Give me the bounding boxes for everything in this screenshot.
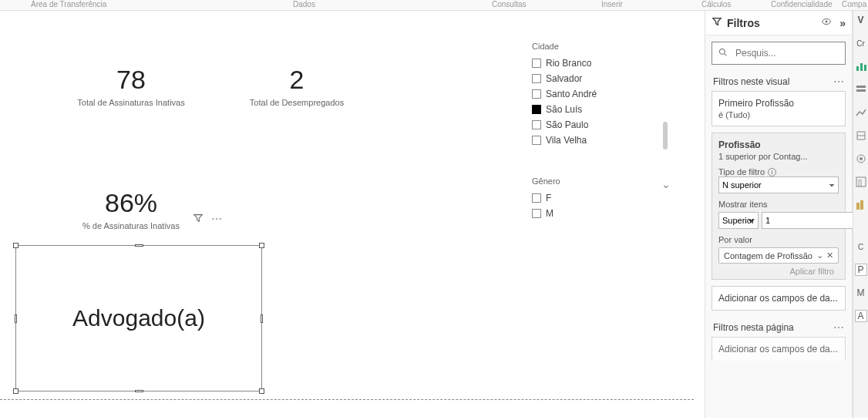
report-canvas[interactable]: 78 Total de Assinaturas Inativas 2 Total… bbox=[0, 11, 694, 420]
filters-section-visual-label: Filtros neste visual bbox=[705, 71, 852, 91]
viz-icon[interactable] bbox=[855, 83, 867, 96]
slicer-option-label: São Paulo bbox=[546, 119, 588, 130]
section-more-icon[interactable] bbox=[833, 76, 844, 88]
checkbox-icon[interactable] bbox=[532, 209, 541, 218]
tipo-filtro-label: Tipo de filtro i bbox=[718, 167, 839, 176]
ribbon-label-clipboard: Área de Transferência bbox=[31, 0, 106, 8]
filters-search[interactable] bbox=[712, 42, 846, 65]
por-valor-chip[interactable]: Contagem de Profissão ⌄ ✕ bbox=[718, 247, 839, 264]
checkbox-icon[interactable] bbox=[532, 59, 541, 68]
filter-icon[interactable] bbox=[193, 213, 204, 226]
card-total-inativas[interactable]: 78 Total de Assinaturas Inativas bbox=[46, 65, 216, 107]
filter-card-primeiro-profissao[interactable]: Primeiro Profissão é (Tudo) bbox=[712, 91, 846, 126]
ribbon-label-queries: Consultas bbox=[492, 0, 526, 8]
card-value: 78 bbox=[46, 65, 216, 95]
section-more-icon[interactable] bbox=[833, 321, 844, 334]
filters-search-input[interactable] bbox=[734, 47, 839, 59]
filters-section-page-label: Filtros nesta página bbox=[705, 317, 852, 337]
resize-handle[interactable] bbox=[13, 388, 19, 394]
resize-handle[interactable] bbox=[135, 390, 143, 392]
svg-rect-4 bbox=[856, 66, 859, 71]
filter-card-subtitle: 1 superior por Contag... bbox=[718, 152, 839, 161]
chevron-down-icon[interactable]: ⌄ bbox=[816, 250, 823, 260]
visualizations-pane-toggle[interactable]: V bbox=[855, 14, 867, 26]
side-item-p[interactable]: P bbox=[855, 264, 867, 276]
chip-label: Contagem de Profissão bbox=[724, 251, 812, 260]
collapse-pane-icon[interactable]: » bbox=[839, 17, 846, 29]
side-item-m[interactable]: M bbox=[855, 287, 867, 299]
checkbox-icon[interactable] bbox=[532, 105, 541, 114]
checkbox-icon[interactable] bbox=[532, 193, 541, 203]
filter-card-title: Primeiro Profissão bbox=[718, 98, 839, 109]
slicer-cidade-option[interactable]: Santo André bbox=[532, 86, 663, 102]
filter-card-title: Profissão bbox=[718, 139, 839, 150]
resize-handle[interactable] bbox=[13, 243, 19, 248]
viz-icon[interactable] bbox=[855, 199, 867, 211]
ribbon-group-labels: Área de Transferência Dados Consultas In… bbox=[0, 0, 868, 11]
selected-visual-profession-card[interactable]: Advogado(a) bbox=[15, 245, 262, 391]
add-fields-well[interactable]: Adicionar os campos de da... bbox=[712, 286, 846, 311]
card-total-desempregados[interactable]: 2 Total de Desempregados bbox=[224, 65, 370, 107]
viz-icon[interactable] bbox=[855, 129, 867, 142]
card-label: Total de Assinaturas Inativas bbox=[46, 98, 216, 107]
svg-rect-15 bbox=[856, 203, 860, 210]
filter-card-subtitle: é (Tudo) bbox=[718, 110, 839, 119]
slicer-cidade-option[interactable]: Rio Branco bbox=[532, 55, 663, 71]
visual-header bbox=[193, 213, 222, 226]
slicer-cidade-option[interactable]: Vila Velha bbox=[532, 133, 663, 148]
info-icon[interactable]: i bbox=[768, 168, 776, 176]
resize-handle[interactable] bbox=[259, 388, 264, 394]
resize-handle[interactable] bbox=[15, 314, 17, 323]
profession-value: Advogado(a) bbox=[72, 305, 205, 331]
slicer-option-label: Salvador bbox=[546, 73, 582, 84]
add-fields-well-page[interactable]: Adicionar os campos de da... bbox=[712, 337, 846, 361]
viz-icon[interactable] bbox=[855, 153, 867, 165]
viz-icon[interactable] bbox=[855, 106, 867, 119]
slicer-cidade-option[interactable]: Salvador bbox=[532, 71, 663, 86]
eye-icon[interactable] bbox=[821, 16, 832, 29]
filter-card-profissao[interactable]: Profissão 1 superior por Contag... Tipo … bbox=[712, 133, 846, 280]
slicer-option-label: Rio Branco bbox=[546, 58, 591, 69]
slicer-title: Gênero bbox=[532, 176, 663, 186]
checkbox-icon[interactable] bbox=[532, 74, 541, 83]
svg-rect-6 bbox=[864, 65, 866, 71]
tipo-filtro-select[interactable]: N superior bbox=[718, 176, 839, 193]
mostrar-itens-select[interactable]: Superior bbox=[718, 212, 759, 229]
filters-pane: Filtros » Filtros neste visual Primeiro … bbox=[705, 11, 853, 418]
viz-icon[interactable] bbox=[855, 60, 867, 72]
resize-handle[interactable] bbox=[259, 243, 264, 248]
side-item-a[interactable]: A bbox=[855, 310, 867, 322]
card-value: 86% bbox=[46, 188, 216, 218]
viz-icon[interactable]: [] bbox=[855, 176, 867, 188]
filters-pane-header: Filtros » bbox=[705, 11, 852, 35]
slicer-genero-option[interactable]: M bbox=[532, 206, 663, 221]
resize-handle[interactable] bbox=[261, 314, 263, 323]
scrollbar-thumb[interactable] bbox=[663, 122, 668, 150]
ribbon-label-insert: Inserir bbox=[601, 0, 623, 8]
svg-point-2 bbox=[720, 49, 725, 54]
checkbox-icon[interactable] bbox=[532, 136, 541, 145]
svg-line-3 bbox=[725, 53, 727, 55]
svg-rect-16 bbox=[860, 200, 863, 210]
remove-chip-icon[interactable]: ✕ bbox=[826, 250, 833, 260]
chevron-down-icon[interactable]: ⌄ bbox=[661, 178, 671, 190]
resize-handle[interactable] bbox=[135, 244, 143, 247]
apply-filter-link[interactable]: Aplicar filtro bbox=[718, 264, 839, 276]
slicer-cidade-option[interactable]: São Luís bbox=[532, 102, 663, 117]
slicer-cidade[interactable]: Cidade Rio BrancoSalvadorSanto AndréSão … bbox=[532, 42, 663, 148]
create-label: Cr bbox=[855, 37, 867, 49]
search-icon bbox=[718, 48, 728, 59]
slicer-cidade-option[interactable]: São Paulo bbox=[532, 117, 663, 133]
slicer-genero[interactable]: Gênero ⌄ FM bbox=[532, 176, 663, 221]
ribbon-label-calcs: Cálculos bbox=[701, 0, 731, 8]
side-label-c: C bbox=[855, 240, 867, 253]
card-pct-inativas[interactable]: 86% % de Assinaturas Inativas bbox=[46, 188, 216, 230]
svg-point-1 bbox=[826, 21, 828, 23]
ribbon-label-data: Dados bbox=[293, 0, 315, 8]
checkbox-icon[interactable] bbox=[532, 120, 541, 129]
slicer-option-label: Santo André bbox=[546, 89, 597, 99]
card-label: % de Assinaturas Inativas bbox=[46, 221, 216, 230]
more-options-icon[interactable] bbox=[211, 213, 222, 226]
checkbox-icon[interactable] bbox=[532, 89, 541, 99]
slicer-genero-option[interactable]: F bbox=[532, 190, 663, 206]
